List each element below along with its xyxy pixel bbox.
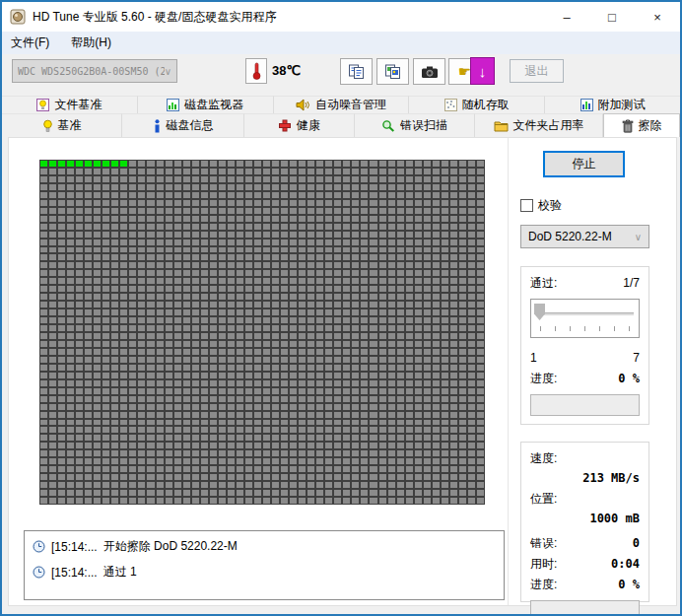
log-message: 通过 1 xyxy=(103,564,137,581)
tab-health[interactable]: 健康 xyxy=(244,113,355,137)
bulb-box-icon xyxy=(36,99,49,111)
position-value: 1000 mB xyxy=(530,512,640,525)
tab-label: 擦除 xyxy=(639,117,662,134)
temperature-value: 38℃ xyxy=(272,63,301,78)
tab-aam[interactable]: 自动噪音管理 xyxy=(274,96,410,113)
down-arrow-icon: ↓ xyxy=(479,63,487,80)
copy-text-button[interactable] xyxy=(340,58,373,85)
speaker-icon xyxy=(296,99,310,111)
tab-label: 文件夹占用率 xyxy=(513,117,584,134)
slider-ticks xyxy=(540,326,630,331)
chart-box-icon xyxy=(580,99,593,111)
window-controls: – □ × xyxy=(544,2,680,32)
tab-label: 文件基准 xyxy=(54,97,102,113)
dots-box-icon xyxy=(444,99,457,111)
menu-help[interactable]: 帮助(H) xyxy=(71,34,111,51)
drive-select[interactable]: WDC WDS250G2B0A-00SM50 (250 gB) ∨ xyxy=(12,59,177,83)
pass-value: 1/7 xyxy=(623,276,640,290)
screenshot-button[interactable] xyxy=(413,58,445,85)
minimize-button[interactable]: – xyxy=(544,2,589,32)
elapsed-label: 用时: xyxy=(530,556,557,573)
tab-disk-monitor[interactable]: 磁盘监视器 xyxy=(138,96,274,113)
log-entry: [15:14:... 开始擦除 DoD 5220.22-M xyxy=(33,538,496,555)
tab-random-access[interactable]: 随机存取 xyxy=(409,96,545,113)
toolbar: WDC WDS250G2B0A-00SM50 (250 gB) ∨ 38℃ xyxy=(2,54,680,96)
tab-label: 附加测试 xyxy=(598,97,646,113)
chevron-down-icon: ∨ xyxy=(635,232,642,242)
speed-label: 速度: xyxy=(530,450,640,467)
tab-label: 错误扫描 xyxy=(400,117,447,134)
bar-chart-icon xyxy=(167,99,179,111)
stats-progress-value: 0 % xyxy=(618,578,640,591)
exit-button[interactable]: 退出 xyxy=(510,59,564,83)
errors-label: 错误: xyxy=(530,535,557,552)
health-cross-icon xyxy=(278,119,292,132)
pass-progress-bar xyxy=(530,394,640,416)
magnifier-icon xyxy=(381,119,395,133)
slider-thumb[interactable] xyxy=(534,304,545,320)
chevron-down-icon: ∨ xyxy=(165,66,171,77)
folder-icon xyxy=(494,119,509,132)
window-title: HD Tune 专业版 5.60 - 硬盘/固态硬盘实用程序 xyxy=(33,9,276,26)
stats-progress-label: 进度: xyxy=(530,577,557,593)
tab-label: 磁盘信息 xyxy=(167,117,214,134)
verify-label: 校验 xyxy=(538,197,562,214)
app-icon xyxy=(10,9,26,25)
close-button[interactable]: × xyxy=(635,2,680,32)
trash-icon xyxy=(622,119,634,133)
tab-erase[interactable]: 擦除 xyxy=(603,113,680,137)
pass-min: 1 xyxy=(530,351,537,365)
tab-folder-usage[interactable]: 文件夹占用率 xyxy=(475,113,603,137)
stats-progress-bar xyxy=(530,600,640,616)
hd-tune-window: HD Tune 专业版 5.60 - 硬盘/固态硬盘实用程序 – □ × 文件(… xyxy=(0,0,682,616)
temperature-button[interactable] xyxy=(245,58,267,84)
copy-text-icon xyxy=(348,64,366,80)
pass-max: 7 xyxy=(633,351,640,365)
menu-file[interactable]: 文件(F) xyxy=(11,34,49,51)
errors-value: 0 xyxy=(633,536,640,550)
tab-row-1: 文件基准 磁盘监视器 自动噪音管理 xyxy=(2,96,680,113)
maximize-button[interactable]: □ xyxy=(589,2,635,32)
bulb-icon xyxy=(42,119,53,133)
speed-value: 213 MB/s xyxy=(530,471,640,485)
log-time: [15:14:... xyxy=(51,540,98,554)
tab-label: 磁盘监视器 xyxy=(184,97,243,113)
log-list: [15:14:... 开始擦除 DoD 5220.22-M [15:14:...… xyxy=(24,530,505,600)
clock-icon xyxy=(33,566,45,579)
slider-track xyxy=(536,312,634,315)
clock-icon xyxy=(33,540,45,553)
thermometer-icon xyxy=(251,61,262,81)
tab-file-benchmark[interactable]: 文件基准 xyxy=(2,96,138,113)
log-message: 开始擦除 DoD 5220.22-M xyxy=(103,538,238,555)
erase-method-value: DoD 5220.22-M xyxy=(528,230,612,243)
menu-bar: 文件(F) 帮助(H) xyxy=(2,32,680,54)
elapsed-value: 0:04 xyxy=(611,557,640,571)
pass-progress-label: 进度: xyxy=(530,371,557,387)
tab-row-2: 基准 磁盘信息 健康 xyxy=(2,113,680,137)
pass-progress-value: 0 % xyxy=(618,372,640,385)
log-entry: [15:14:... 通过 1 xyxy=(33,564,496,581)
tab-disk-info[interactable]: 磁盘信息 xyxy=(122,113,244,137)
tab-extra-tests[interactable]: 附加测试 xyxy=(545,96,680,113)
pass-label: 通过: xyxy=(530,275,557,292)
pass-slider[interactable] xyxy=(530,299,640,338)
stop-button[interactable]: 停止 xyxy=(543,151,625,177)
tab-label: 基准 xyxy=(58,117,82,134)
tab-error-scan[interactable]: 错误扫描 xyxy=(355,113,475,137)
tab-label: 健康 xyxy=(297,117,320,134)
erase-method-select[interactable]: DoD 5220.22-M ∨ xyxy=(520,225,649,248)
erase-tab-page: [15:14:... 开始擦除 DoD 5220.22-M [15:14:...… xyxy=(8,137,677,606)
title-bar: HD Tune 专业版 5.60 - 硬盘/固态硬盘实用程序 – □ × xyxy=(2,2,680,32)
pass-panel: 通过: 1/7 1 7 进度: 0 % xyxy=(520,266,649,425)
log-time: [15:14:... xyxy=(51,566,98,580)
copy-image-icon xyxy=(384,64,402,80)
tab-benchmark[interactable]: 基准 xyxy=(2,113,122,137)
update-download-button[interactable]: ↓ xyxy=(470,57,495,85)
position-label: 位置: xyxy=(530,491,640,508)
verify-checkbox[interactable] xyxy=(520,199,533,212)
tab-label: 自动噪音管理 xyxy=(315,97,386,113)
stats-panel: 速度: 213 MB/s 位置: 1000 mB 错误: 0 用时: 0:04 … xyxy=(520,442,649,602)
camera-icon xyxy=(421,65,439,79)
copy-image-button[interactable] xyxy=(376,58,409,85)
tab-label: 随机存取 xyxy=(462,97,510,113)
